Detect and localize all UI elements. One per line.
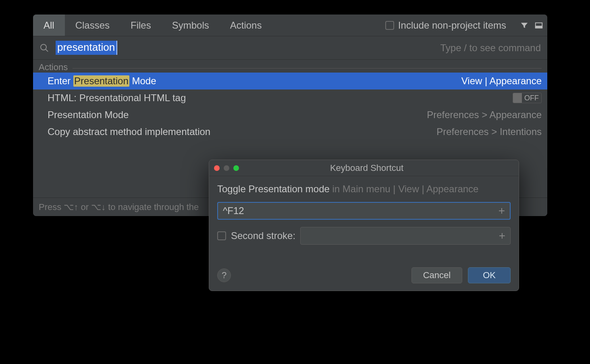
result-text: Mode <box>129 75 156 87</box>
filter-icon[interactable] <box>520 21 529 30</box>
dialog-action-label: Toggle Presentation mode in Main menu | … <box>217 183 511 195</box>
tab-classes[interactable]: Classes <box>65 15 120 36</box>
result-row[interactable]: Copy abstract method implementation Pref… <box>33 123 547 140</box>
include-checkbox[interactable] <box>385 21 394 30</box>
result-text: HTML: Presentational HTML tag <box>48 92 186 104</box>
add-shortcut-icon[interactable]: + <box>499 229 505 242</box>
result-text: Copy abstract method implementation <box>48 126 210 137</box>
result-location: Preferences > Appearance <box>427 109 542 121</box>
section-divider <box>73 68 542 69</box>
tab-all[interactable]: All <box>33 15 65 36</box>
result-row[interactable]: HTML: Presentational HTML tag OFF <box>33 89 547 106</box>
close-icon[interactable] <box>214 165 220 171</box>
keyboard-shortcut-dialog: Keyboard Shortcut Toggle Presentation mo… <box>209 160 519 291</box>
shortcut-input[interactable]: ^F12 + <box>217 202 511 220</box>
result-text: Presentation Mode <box>48 109 129 121</box>
result-highlight: Presentation <box>73 75 129 87</box>
search-input[interactable]: presentation <box>56 41 117 55</box>
add-shortcut-icon[interactable]: + <box>499 204 505 217</box>
open-in-tool-window-icon[interactable] <box>534 21 543 30</box>
result-location: Preferences > Intentions <box>436 126 542 137</box>
cancel-button[interactable]: Cancel <box>411 267 462 283</box>
svg-line-3 <box>46 49 48 52</box>
dialog-titlebar: Keyboard Shortcut <box>209 160 519 176</box>
result-row[interactable]: Presentation Mode Preferences > Appearan… <box>33 106 547 123</box>
second-stroke-label: Second stroke: <box>231 230 295 241</box>
result-text: Enter <box>48 75 73 87</box>
svg-rect-1 <box>536 26 542 28</box>
search-row: presentation Type / to see command <box>33 36 547 60</box>
second-stroke-input[interactable]: + <box>300 227 511 245</box>
result-toggle[interactable]: OFF <box>513 93 542 103</box>
include-label: Include non-project items <box>398 20 506 31</box>
result-location: View | Appearance <box>461 75 542 87</box>
svg-point-2 <box>41 44 46 50</box>
second-stroke-checkbox[interactable] <box>217 231 226 240</box>
result-row[interactable]: Enter Presentation Mode View | Appearanc… <box>33 73 547 89</box>
shortcut-value: ^F12 <box>223 205 244 216</box>
help-button[interactable]: ? <box>217 268 231 282</box>
tab-actions[interactable]: Actions <box>220 15 272 36</box>
dialog-title: Keyboard Shortcut <box>220 163 514 173</box>
include-nonproject[interactable]: Include non-project items <box>385 20 506 31</box>
tabs-row: All Classes Files Symbols Actions Includ… <box>33 15 547 36</box>
section-title: Actions <box>39 62 68 73</box>
tab-symbols[interactable]: Symbols <box>162 15 220 36</box>
ok-button[interactable]: OK <box>468 267 511 283</box>
search-hint: Type / to see command <box>440 42 541 54</box>
search-icon <box>39 43 49 53</box>
section-header-actions: Actions <box>33 60 547 73</box>
toggle-off[interactable]: OFF <box>513 93 542 103</box>
tab-files[interactable]: Files <box>120 15 162 36</box>
